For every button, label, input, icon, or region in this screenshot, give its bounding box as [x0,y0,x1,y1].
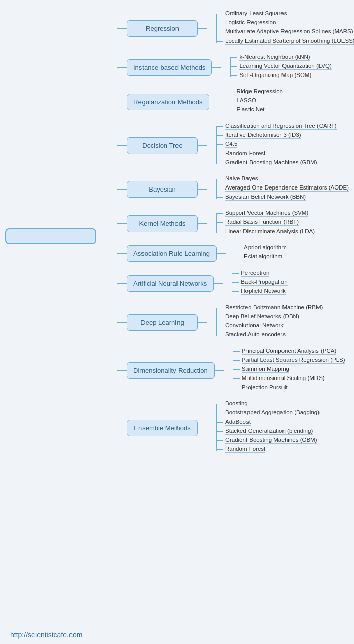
stem-connector [117,189,127,190]
list-item: Restricted Boltzmann Machine (RBM) [216,304,323,311]
list-item: Bootstrapped Aggregation (Bagging) [216,409,320,416]
item-label: k-Nearest Neighbour (kNN) [239,54,310,61]
item-label: Gradient Boosting Machines (GBM) [225,437,317,444]
category-box: Association Rule Learning [127,245,217,262]
category-row: Kernel MethodsSupport Vector Machines (S… [117,210,340,237]
list-item: Naive Bayes [216,175,349,182]
h-connector [198,428,207,428]
item-label: Partial Least Squares Regression (PLS) [242,357,345,364]
list-item: Learning Vector Quantization (LVQ) [230,63,331,70]
mind-map: RegressionOrdinary Least SquaresLogistic… [107,10,340,462]
item-label: Radial Basis Function (RBF) [225,219,299,226]
list-item: C4.5 [216,141,337,148]
category-row: Deep LearningRestricted Boltzmann Machin… [117,304,340,340]
items-list: Restricted Boltzmann Machine (RBM)Deep B… [216,304,323,340]
vertical-stem [107,10,107,455]
list-item: Principal Component Analysis (PCA) [233,348,345,355]
item-label: C4.5 [225,141,237,148]
list-item: Random Forest [216,150,337,157]
list-item: Back-Propagation [232,279,287,286]
list-item: Projection Pursuit [233,384,345,391]
list-item: Logistic Regression [216,19,354,26]
item-label: Random Forest [225,150,265,157]
item-label: Iterative Dichotomiser 3 (ID3) [225,132,301,139]
stem-connector [117,370,127,371]
item-label: Elastic Net [237,106,265,113]
item-label: Back-Propagation [241,279,287,286]
list-item: Deep Belief Networks (DBN) [216,313,323,320]
list-item: Iterative Dichotomiser 3 (ID3) [216,132,337,139]
list-item: Convolutional Network [216,322,323,329]
item-label: Hopfield Network [241,288,286,295]
item-label: Locally Estimated Scatterplot Smoothing … [225,37,354,45]
item-label: Multidimensional Scaling (MDS) [242,375,325,382]
list-item: Multivariate Adaptive Regression Splines… [216,28,354,35]
items-list: PerceptronBack-PropagationHopfield Netwo… [232,270,287,297]
item-label: Sammon Mapping [242,366,289,373]
item-label: Averaged One-Dependence Estimators (AODE… [225,184,349,192]
item-label: Classification and Regression Tree (CART… [225,123,337,130]
item-label: Deep Belief Networks (DBN) [225,313,299,320]
footer-link[interactable]: http://scientistcafe.com [10,631,82,639]
list-item: Ordinary Least Squares [216,10,354,17]
list-item: Stacked Auto-encoders [216,331,323,338]
list-item: Perceptron [232,270,287,277]
item-label: AdaBoost [225,419,251,426]
category-row: Dimensionality ReductionPrincipal Compon… [117,348,340,393]
items-list: Naive BayesAveraged One-Dependence Estim… [216,175,349,203]
h-connector [217,253,226,254]
list-item: Hopfield Network [232,288,287,295]
items-list: Classification and Regression Tree (CART… [216,123,337,168]
category-wrapper: RegressionOrdinary Least SquaresLogistic… [107,10,340,455]
list-item: AdaBoost [216,419,320,426]
category-row: BayesianNaive BayesAveraged One-Dependen… [117,175,340,203]
item-label: Stacked Auto-encoders [225,331,286,338]
list-item: Averaged One-Dependence Estimators (AODE… [216,184,349,192]
item-label: Principal Component Analysis (PCA) [242,348,337,355]
items-list: Apriori algorithmEclat algorithm [235,244,287,262]
category-box: Bayesian [127,181,198,198]
list-item: Apriori algorithm [235,244,287,251]
item-label: Ridge Regression [237,88,283,95]
main-container: RegressionOrdinary Least SquaresLogistic… [0,0,354,482]
category-row: Decision TreeClassification and Regressi… [117,123,340,168]
stem-connector [117,322,127,323]
stem-connector [117,223,127,224]
stem-connector [117,28,127,29]
items-list: BoostingBootstrapped Aggregation (Baggin… [216,400,320,455]
item-label: Restricted Boltzmann Machine (RBM) [225,304,323,311]
h-connector [198,322,207,323]
item-label: Linear Discriminate Analysis (LDA) [225,228,315,235]
category-box: Dimensionality Reduction [127,362,215,379]
list-item: Gradient Boosting Machines (GBM) [216,159,337,166]
item-label: Learning Vector Quantization (LVQ) [239,63,331,70]
item-label: Logistic Regression [225,19,276,26]
list-item: Radial Basis Function (RBF) [216,219,315,226]
h-connector [209,102,219,102]
item-label: Naive Bayes [225,175,258,182]
item-label: Projection Pursuit [242,384,288,391]
category-row: Regularization MethodsRidge RegressionLA… [117,88,340,116]
list-item: Elastic Net [228,106,283,113]
items-list: Support Vector Machines (SVM)Radial Basi… [216,210,315,237]
list-item: Sammon Mapping [233,366,345,373]
items-list: Ridge RegressionLASSOElastic Net [228,88,283,116]
stem-connector [117,253,127,254]
category-row: Artificial Neural NetworksPerceptronBack… [117,270,340,297]
item-label: Boosting [225,400,248,407]
category-box: Instance-based Methods [127,59,212,76]
category-box: Kernel Methods [127,215,198,232]
item-label: Ordinary Least Squares [225,10,287,17]
item-label: Convolutional Network [225,322,284,329]
list-item: Self-Organizing Map (SOM) [230,72,331,79]
list-item: Partial Least Squares Regression (PLS) [233,357,345,364]
item-label: Apriori algorithm [244,244,287,251]
stem-connector [117,67,127,68]
category-row: Ensemble MethodsBoostingBootstrapped Agg… [117,400,340,455]
item-label: Perceptron [241,270,269,277]
h-connector [198,189,207,190]
category-row: RegressionOrdinary Least SquaresLogistic… [117,10,340,47]
list-item: Bayesian Belief Network (BBN) [216,194,349,201]
item-label: Bayesian Belief Network (BBN) [225,194,306,201]
h-connector [215,370,224,371]
